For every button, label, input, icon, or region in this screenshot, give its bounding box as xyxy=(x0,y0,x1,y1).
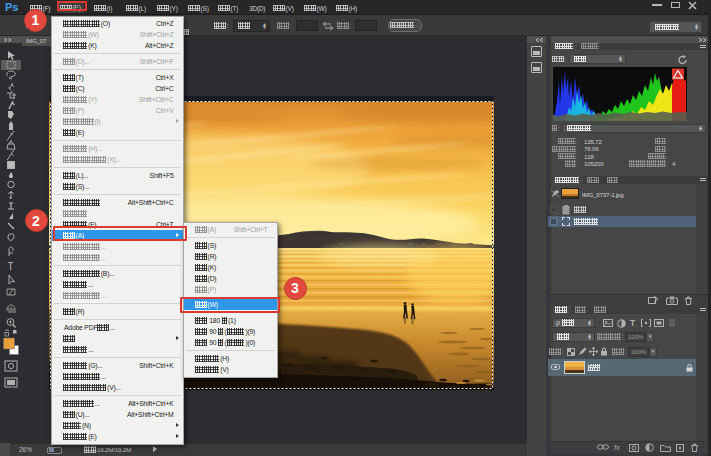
svg-text:T: T xyxy=(8,261,14,272)
